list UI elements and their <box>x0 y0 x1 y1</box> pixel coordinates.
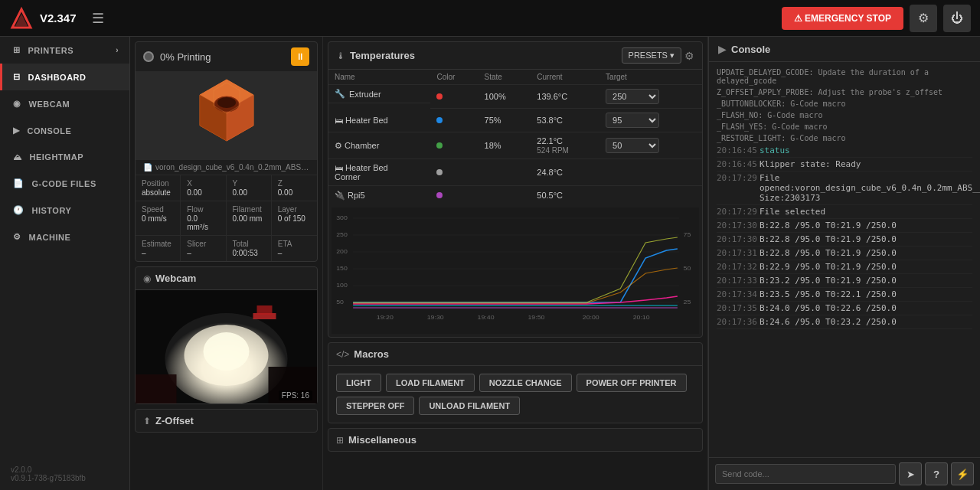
log-entry: 20:17:30 B:22.8 /95.0 T0:21.9 /250.0 <box>717 233 972 247</box>
zoffset-title: Z-Offset <box>155 415 194 426</box>
chamber-target-select[interactable]: 50 <box>606 138 659 153</box>
th-name: Name <box>328 70 430 85</box>
temp-row-heaterbedcorner: 🛏 Heater BedCorner 24.8°C <box>328 159 702 186</box>
settings-icon-btn[interactable]: ⚙ <box>910 5 937 32</box>
log-time: 20:17:31 <box>717 248 753 258</box>
heightmap-icon: ⛰ <box>13 152 22 162</box>
webcam-image <box>136 290 317 403</box>
eta-stat: ETA – <box>272 236 317 261</box>
log-time: 20:17:30 <box>717 234 753 244</box>
extruder-target-select[interactable]: 250 <box>606 89 659 104</box>
log-time: 20:17:29 <box>717 207 753 217</box>
log-prelude-4: _FLASH_NO: G-Code macro <box>717 109 972 121</box>
flow-stat: Flow 0.0 mm²/s <box>181 201 226 235</box>
heaterbed-target-select[interactable]: 95 <box>606 113 659 128</box>
macro-stepper-off-btn[interactable]: STEPPER OFF <box>336 397 414 415</box>
extruder-target: 250 <box>599 85 702 109</box>
webcam-icon: ◉ <box>13 99 21 109</box>
log-entry: 20:17:29 File selected <box>717 205 972 219</box>
log-prelude-5: _FLASH_YES: G-Code macro <box>717 121 972 132</box>
log-entry: 20:16:45 status <box>717 144 972 158</box>
filament-label: Filament <box>233 205 265 214</box>
log-msg: B:22.8 /95.0 T0:21.9 /250.0 <box>760 234 897 244</box>
svg-text:20:10: 20:10 <box>633 313 650 321</box>
sidebar-item-webcam[interactable]: ◉ WEBCAM <box>0 90 129 117</box>
sidebar-item-heightmap[interactable]: ⛰ HEIGHTMAP <box>0 144 129 170</box>
heaterbedcorner-current: 24.8°C <box>531 159 599 186</box>
sidebar-item-dashboard[interactable]: ⊟ DASHBOARD <box>0 64 129 90</box>
macro-light-btn[interactable]: LIGHT <box>336 374 381 392</box>
power-icon-btn[interactable]: ⏻ <box>943 5 971 32</box>
sidebar-item-history[interactable]: 🕐 HISTORY <box>0 197 129 224</box>
zoffset-icon: ⬆ <box>143 416 151 426</box>
sidebar-item-label: WEBCAM <box>29 100 70 109</box>
sidebar-item-gcode-files[interactable]: 📄 G-CODE FILES <box>0 170 129 197</box>
eta-value: – <box>278 249 311 257</box>
console-input[interactable] <box>715 464 896 484</box>
th-current: Current <box>531 70 599 85</box>
flow-label: Flow <box>187 205 219 214</box>
chamber-state: 18% <box>479 132 531 159</box>
temp-header-right: PRESETS ▾ ⚙ <box>622 47 694 64</box>
macros-header: </> Macros <box>328 343 702 366</box>
log-time: 20:16:45 <box>717 159 753 169</box>
y-stat: Y 0.00 <box>227 175 272 201</box>
temp-settings-button[interactable]: ⚙ <box>684 50 694 62</box>
log-msg: B:22.9 /95.0 T0:21.9 /250.0 <box>760 262 897 272</box>
log-msg: B:23.5 /95.0 T0:22.1 /250.0 <box>760 289 897 299</box>
temp-row-rpi5: 🔌 Rpi5 50.5°C <box>328 186 702 205</box>
emergency-stop-button[interactable]: ⚠ EMERGENCY STOP <box>782 7 903 30</box>
log-prelude-2: Z_OFFSET_APPLY_PROBE: Adjust the probe's… <box>717 87 972 98</box>
rpi5-target <box>599 186 702 205</box>
console-icon: ▶ <box>13 126 20 136</box>
macro-unload-filament-btn[interactable]: UNLOAD FILAMENT <box>419 397 520 415</box>
console-help-button[interactable]: ? <box>925 462 948 485</box>
log-entry: 20:17:32 B:22.9 /95.0 T0:21.9 /250.0 <box>717 260 972 274</box>
log-time: 20:17:34 <box>717 289 753 299</box>
svg-rect-15 <box>257 305 273 315</box>
print-preview-shape <box>185 74 269 158</box>
console-send-button[interactable]: ➤ <box>899 462 922 485</box>
speed-stat: Speed 0 mm/s <box>136 201 181 235</box>
log-time: 20:17:30 <box>717 220 753 230</box>
macro-load-filament-btn[interactable]: LOAD FILAMENT <box>386 374 475 392</box>
sidebar-item-printers[interactable]: ⊞ PRINTERS › <box>0 37 129 64</box>
svg-text:100: 100 <box>336 281 348 289</box>
th-target: Target <box>599 70 702 85</box>
heaterbed-target: 95 <box>599 109 702 132</box>
console-header: ▶ Console <box>709 37 980 62</box>
console-log[interactable]: UPDATE_DELAYED_GCODE: Update the duratio… <box>709 62 980 457</box>
macro-nozzle-change-btn[interactable]: NOZZLE CHANGE <box>479 374 572 392</box>
log-msg: B:22.8 /95.0 T0:21.9 /250.0 <box>760 248 897 258</box>
webcam-title: Webcam <box>155 273 196 284</box>
chamber-target: 50 <box>599 132 702 159</box>
extruder-color <box>430 85 478 109</box>
pause-button[interactable]: ⏸ <box>291 47 309 66</box>
total-stat: Total 0:00:53 <box>227 236 272 261</box>
main-layout: ⊞ PRINTERS › ⊟ DASHBOARD ◉ WEBCAM ▶ CONS… <box>0 37 980 490</box>
macro-power-off-btn[interactable]: POWER OFF PRINTER <box>577 374 687 392</box>
sidebar-version: v2.0.0 v0.9.1-738-g75183bfb <box>0 458 129 490</box>
file-icon: 📄 <box>143 163 152 172</box>
stats-row-1: Position absolute X 0.00 Y 0.00 Z 0.00 <box>136 175 317 201</box>
sidebar-item-machine[interactable]: ⚙ MACHINE <box>0 224 129 250</box>
svg-text:19:30: 19:30 <box>427 313 444 321</box>
log-entry: 20:17:29 File opened:voron_design_cube_v… <box>717 172 972 205</box>
svg-text:50: 50 <box>336 298 344 305</box>
rpi5-name: 🔌 Rpi5 <box>328 186 430 205</box>
sidebar-item-console[interactable]: ▶ CONSOLE <box>0 117 129 144</box>
slicer-value: – <box>187 249 219 257</box>
console-filter-button[interactable]: ⚡ <box>951 462 974 485</box>
rpi5-state <box>479 186 531 205</box>
dashboard-icon: ⊟ <box>13 72 21 82</box>
sidebar-item-label: CONSOLE <box>28 126 72 136</box>
log-msg: B:22.8 /95.0 T0:21.9 /250.0 <box>760 220 897 230</box>
log-entry: 20:16:45 Klipper state: Ready <box>717 158 972 172</box>
presets-button[interactable]: PRESETS ▾ <box>622 47 681 64</box>
print-preview <box>136 71 317 159</box>
svg-rect-18 <box>335 212 696 327</box>
z-value: 0.00 <box>278 188 311 197</box>
total-label: Total <box>233 240 265 248</box>
hamburger-menu[interactable]: ☰ <box>92 10 104 27</box>
extruder-name: 🔧 Extruder <box>328 85 430 103</box>
